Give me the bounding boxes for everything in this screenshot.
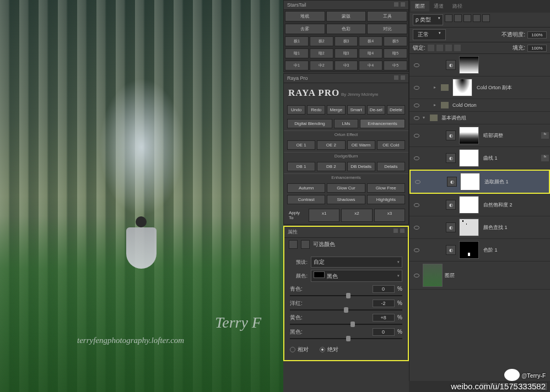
- slider-thumb[interactable]: [344, 307, 348, 313]
- oe2-button[interactable]: OE 2: [317, 140, 345, 150]
- lock-pixels-icon[interactable]: [436, 45, 443, 51]
- smart-button[interactable]: Smart: [347, 105, 365, 115]
- oe1-button[interactable]: OE 1: [287, 140, 315, 150]
- details-button[interactable]: Details: [377, 162, 405, 171]
- st-btn[interactable]: 极4: [359, 36, 382, 46]
- layer-row[interactable]: 图层: [409, 262, 550, 290]
- color-dropdown[interactable]: 黑色: [311, 270, 402, 282]
- st-btn[interactable]: 去雾: [285, 24, 325, 34]
- st-btn[interactable]: 蒙版: [326, 11, 366, 21]
- lock-all-icon[interactable]: [454, 45, 461, 51]
- lms-button[interactable]: LMs: [334, 119, 358, 128]
- slider-track[interactable]: [290, 338, 402, 339]
- layer-mask[interactable]: [459, 127, 479, 144]
- relative-radio[interactable]: 相对: [290, 346, 309, 353]
- visibility-toggle[interactable]: [414, 178, 422, 186]
- layer-row[interactable]: ◐ 自然饱和度 2: [409, 194, 550, 216]
- slider-value-input[interactable]: [373, 314, 395, 322]
- slider-thumb[interactable]: [351, 322, 355, 327]
- absolute-radio[interactable]: 绝对: [320, 346, 338, 353]
- lock-transparent-icon[interactable]: [428, 45, 434, 51]
- st-btn[interactable]: 暗2: [310, 48, 333, 58]
- oecold-button[interactable]: OE Cold: [377, 140, 405, 150]
- st-btn[interactable]: 色彩: [326, 24, 366, 34]
- st-btn[interactable]: 极1: [285, 36, 309, 46]
- glowfree-button[interactable]: Glow Free: [367, 183, 405, 193]
- layer-row[interactable]: ▸ Cold Orton: [409, 99, 550, 112]
- layer-row[interactable]: ◐ 曲线 1 fx: [409, 147, 550, 170]
- st-btn[interactable]: 对比: [367, 24, 407, 34]
- oewarm-button[interactable]: OE Warm: [347, 140, 375, 150]
- layer-name[interactable]: Cold Orton: [450, 102, 549, 108]
- channels-tab[interactable]: 通道: [429, 1, 448, 12]
- lock-position-icon[interactable]: [445, 45, 452, 51]
- slider-thumb[interactable]: [346, 336, 351, 341]
- adjustment-icon[interactable]: [289, 240, 298, 249]
- slider-value-input[interactable]: [373, 300, 395, 307]
- layer-name[interactable]: 自然饱和度 2: [481, 202, 549, 209]
- layer-mask[interactable]: [452, 79, 472, 96]
- panel-menu-icon[interactable]: [393, 228, 398, 233]
- layer-name[interactable]: 曲线 1: [481, 155, 540, 162]
- layer-row[interactable]: ◐ 选取颜色 1: [409, 170, 550, 194]
- st-btn[interactable]: 极2: [310, 36, 333, 46]
- layer-row[interactable]: ◐ 色阶 1: [409, 239, 550, 262]
- st-btn[interactable]: 暗4: [359, 48, 382, 58]
- visibility-toggle[interactable]: [413, 114, 420, 122]
- visibility-toggle[interactable]: [413, 201, 420, 209]
- st-btn[interactable]: 堆栈: [285, 11, 325, 21]
- layer-mask[interactable]: [459, 56, 479, 74]
- panel-collapse-icon[interactable]: [400, 228, 405, 233]
- fx-badge[interactable]: fx: [541, 155, 549, 161]
- panel-collapse-icon[interactable]: [401, 75, 405, 80]
- st-btn[interactable]: 暗5: [384, 48, 407, 58]
- layer-mask[interactable]: [459, 149, 479, 167]
- layer-row[interactable]: ◐ 颜色查找 1: [409, 216, 550, 239]
- slider-thumb[interactable]: [346, 293, 351, 298]
- layer-name[interactable]: Cold Orton 副本: [474, 84, 549, 91]
- layer-name[interactable]: 选取颜色 1: [482, 178, 548, 186]
- st-btn[interactable]: 工具: [367, 11, 407, 21]
- dbdetails-button[interactable]: DB Details: [347, 162, 375, 171]
- layer-name[interactable]: 图层: [443, 272, 549, 279]
- st-btn[interactable]: 暗3: [335, 48, 358, 58]
- st-btn[interactable]: 暗1: [285, 48, 309, 58]
- applyx3-button[interactable]: x3: [374, 209, 405, 222]
- folder-toggle[interactable]: ▾: [423, 115, 428, 121]
- paths-tab[interactable]: 路径: [448, 1, 467, 12]
- layer-row[interactable]: ▾ 基本调色组: [409, 112, 550, 124]
- layer-name[interactable]: 色阶 1: [481, 247, 549, 254]
- visibility-toggle[interactable]: [413, 84, 420, 91]
- contrast-button[interactable]: Contrast: [287, 195, 325, 204]
- visibility-toggle[interactable]: [413, 224, 420, 231]
- folder-toggle[interactable]: ▸: [434, 102, 439, 108]
- st-btn[interactable]: 中1: [285, 61, 309, 70]
- layer-row[interactable]: ▸ Cold Orton 副本: [409, 77, 550, 99]
- layer-row[interactable]: ◐: [409, 54, 550, 77]
- visibility-toggle[interactable]: [413, 132, 420, 139]
- slider-track[interactable]: [290, 309, 402, 311]
- filter-smart-icon[interactable]: [482, 14, 490, 22]
- applyx1-button[interactable]: x1: [309, 209, 339, 222]
- shadows-button[interactable]: Shadows: [327, 195, 365, 204]
- preset-dropdown[interactable]: 自定: [311, 257, 402, 268]
- fx-badge[interactable]: fx: [541, 132, 549, 139]
- layer-row[interactable]: ◐ 暗部调整 fx: [409, 124, 550, 147]
- layer-mask[interactable]: [459, 219, 479, 236]
- st-btn[interactable]: 中5: [384, 61, 407, 70]
- canvas-area[interactable]: Terry F terryfengphotography.lofter.com: [0, 0, 283, 392]
- layer-mask[interactable]: [459, 241, 479, 259]
- layer-name[interactable]: 暗部调整: [481, 132, 540, 139]
- filter-type-icon[interactable]: [463, 14, 471, 22]
- visibility-toggle[interactable]: [413, 246, 420, 254]
- layers-tab[interactable]: 图层: [411, 1, 429, 12]
- layer-name[interactable]: 颜色查找 1: [481, 224, 549, 231]
- panel-menu-icon[interactable]: [394, 75, 398, 80]
- mask-icon[interactable]: [301, 240, 310, 249]
- panel-menu-icon[interactable]: [394, 2, 398, 7]
- st-btn[interactable]: 中2: [310, 61, 333, 70]
- visibility-toggle[interactable]: [413, 101, 420, 109]
- panel-collapse-icon[interactable]: [401, 2, 405, 7]
- desel-button[interactable]: De-sel: [367, 105, 385, 115]
- opacity-input[interactable]: [527, 31, 547, 39]
